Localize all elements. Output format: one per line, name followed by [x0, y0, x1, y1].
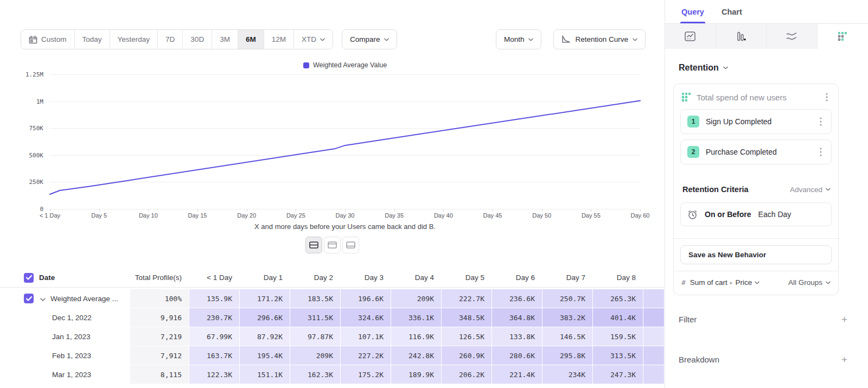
table-row[interactable]: Dec 1, 20229,916230.7K296.6K311.5K324.6K… [0, 308, 665, 327]
range-today[interactable]: Today [75, 30, 110, 49]
flows-icon [786, 32, 797, 41]
x-axis-tick [197, 209, 198, 212]
retention-value-cell: 159.5K [593, 327, 643, 346]
chart-type-label: Retention Curve [575, 35, 628, 43]
tab-query[interactable]: Query [681, 0, 704, 23]
total-profiles-cell: 7,219 [130, 327, 189, 346]
retention-value-cell: 250.7K [542, 289, 592, 308]
tab-flows[interactable] [767, 24, 818, 49]
compare-button[interactable]: Compare [342, 29, 398, 49]
column-header: Total Profile(s) [130, 268, 189, 287]
column-header: Day 8 [593, 268, 643, 287]
total-profiles-cell: 8,115 [130, 365, 189, 384]
retention-condition[interactable]: On or Before Each Day [680, 202, 832, 226]
x-axis-tick-label: Day 60 [621, 212, 659, 219]
retention-value-cell: 87.92K [240, 327, 290, 346]
gridline [50, 74, 640, 75]
x-axis-tick-label: Day 15 [178, 212, 216, 219]
report-type-tabs [665, 24, 868, 49]
column-header: Day 5 [442, 268, 492, 287]
add-filter-button[interactable]: + [841, 314, 847, 325]
table-row[interactable]: Feb 1, 20237,912163.7K195.4K209K227.2K24… [0, 346, 665, 365]
column-header: Day 4 [391, 268, 441, 287]
x-axis-tick [345, 209, 346, 212]
range-6m[interactable]: 6M [238, 30, 264, 49]
tab-insights[interactable] [665, 24, 716, 49]
toggle-table-only[interactable] [342, 237, 359, 253]
kebab-menu-icon[interactable] [816, 147, 826, 157]
retention-value-cell: 260.9K [442, 346, 492, 365]
section-breakdown: Breakdown+ [679, 349, 847, 369]
retention-section-header[interactable]: Retention [679, 63, 868, 73]
condition-operator: On or Before [705, 210, 751, 219]
step-event-label: Sign Up Completed [706, 117, 809, 126]
divider [674, 238, 838, 239]
row-label: Jan 1, 2023 [52, 333, 91, 341]
range-7d[interactable]: 7D [158, 30, 183, 49]
chevron-down-icon [826, 281, 831, 284]
behavior-step-2[interactable]: 2Purchase Completed [680, 139, 832, 164]
table-row[interactable]: Jan 1, 20237,21967.99K87.92K97.87K107.1K… [0, 327, 665, 346]
calendar-icon [29, 35, 37, 44]
measure-property-dropdown[interactable]: Sum of cart ▸ Price [690, 278, 760, 287]
column-header: < 1 Day [189, 268, 239, 287]
range-12m[interactable]: 12M [264, 30, 294, 49]
retention-value-cell: 116.9K [391, 327, 441, 346]
step-number-badge: 2 [687, 146, 699, 158]
retention-value-cell: 162.3K [290, 365, 340, 384]
table-row[interactable]: Weighted Average ...100%135.9K171.2K183.… [0, 289, 665, 308]
tab-chart[interactable]: Chart [722, 0, 742, 23]
chart-type-button[interactable]: Retention Curve [553, 29, 646, 49]
advanced-dropdown[interactable]: Advanced [790, 186, 831, 194]
alarm-clock-icon [687, 209, 698, 220]
range-30d[interactable]: 30D [183, 30, 212, 49]
save-as-new-behavior-button[interactable]: Save as New Behavior [680, 245, 832, 264]
step-number-badge: 1 [687, 116, 699, 128]
total-profiles-cell: 9,916 [130, 308, 189, 327]
retention-value-cell: 336.1K [391, 308, 441, 327]
row-checkbox[interactable] [24, 273, 34, 283]
gridline [50, 155, 640, 156]
kebab-menu-icon[interactable] [816, 117, 826, 126]
x-axis-tick-label: Day 45 [474, 212, 512, 219]
x-axis-tick [640, 209, 641, 212]
retention-value-cell-clipped [643, 346, 664, 365]
tab-funnels[interactable] [716, 24, 767, 49]
app-root: CustomTodayYesterday7D30D3M6M12MXTD Comp… [0, 0, 868, 388]
column-header: Day 2 [290, 268, 340, 287]
x-axis-tick [99, 209, 100, 212]
total-profiles-cell: 100% [130, 289, 189, 308]
retention-criteria-row: Retention Criteria Advanced [682, 185, 831, 194]
add-breakdown-button[interactable]: + [841, 354, 847, 365]
y-axis-tick-label: 1M [18, 98, 43, 105]
retention-value-cell: 265.3K [593, 289, 643, 308]
x-axis-tick [247, 209, 247, 212]
behavior-step-1[interactable]: 1Sign Up Completed [680, 109, 832, 134]
y-axis-tick-label: 1.25M [18, 71, 43, 78]
y-axis-tick-label: 0 [18, 206, 43, 213]
retention-value-cell-clipped [643, 289, 664, 308]
behavior-card: Total spend of new users 1Sign Up Comple… [673, 84, 839, 295]
range-custom[interactable]: Custom [21, 30, 75, 49]
retention-value-cell: 122.3K [189, 365, 239, 384]
retention-value-cell: 146.5K [542, 327, 592, 346]
row-checkbox[interactable] [24, 294, 34, 303]
table-row[interactable]: Mar 1, 20238,115122.3K151.1K162.3K175.2K… [0, 365, 665, 384]
range-3m[interactable]: 3M [212, 30, 238, 49]
date-range-group: CustomTodayYesterday7D30D3M6M12MXTD [21, 29, 333, 49]
retention-curve-icon [561, 35, 571, 43]
behavior-title: Total spend of new users [697, 93, 816, 102]
row-expand-chevron-icon[interactable] [40, 295, 46, 303]
kebab-menu-icon[interactable] [822, 92, 832, 102]
granularity-button[interactable]: Month [496, 29, 542, 49]
y-axis-tick-label: 500K [18, 152, 43, 159]
toggle-split-view[interactable] [305, 237, 322, 253]
retention-value-cell: 195.4K [240, 346, 290, 365]
tab-retention[interactable] [818, 24, 868, 49]
retention-value-cell: 227.2K [341, 346, 391, 365]
groups-dropdown[interactable]: All Groups [788, 278, 831, 287]
toggle-chart-only[interactable] [324, 237, 341, 253]
retention-value-cell-clipped [643, 365, 664, 384]
range-yesterday[interactable]: Yesterday [110, 30, 158, 49]
range-xtd[interactable]: XTD [294, 30, 333, 49]
